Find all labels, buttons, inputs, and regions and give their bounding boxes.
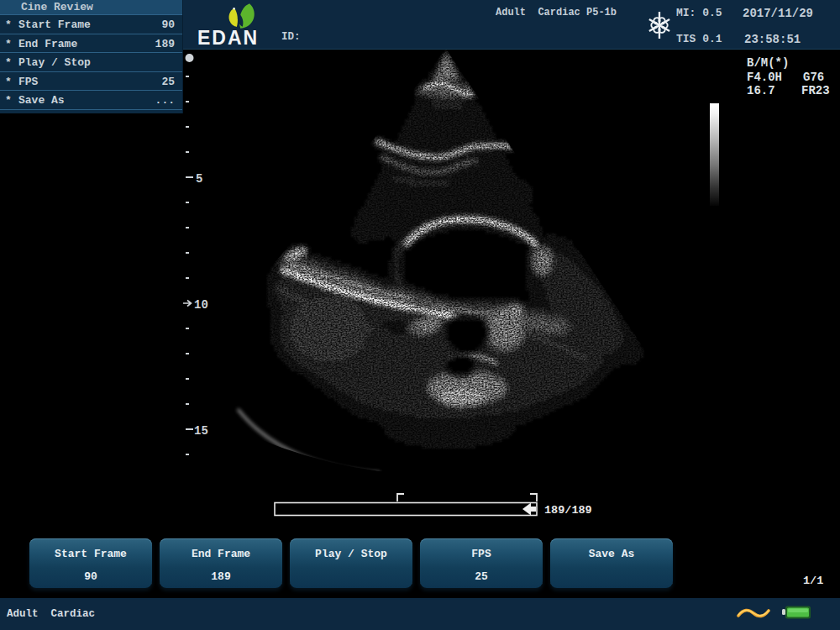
svg-text:1/1: 1/1 (803, 575, 823, 587)
svg-text:5: 5 (196, 172, 202, 186)
svg-text:F4.0H: F4.0H (747, 71, 782, 84)
svg-text:B/M(*): B/M(*) (747, 56, 789, 70)
svg-text:10: 10 (194, 298, 208, 312)
svg-text:FR23: FR23 (801, 84, 830, 97)
svg-text:189/189: 189/189 (544, 504, 592, 517)
svg-text:16.7: 16.7 (747, 84, 775, 97)
svg-text:EDAN: EDAN (197, 27, 259, 49)
svg-text:G76: G76 (803, 71, 824, 84)
svg-text:15: 15 (194, 424, 208, 438)
